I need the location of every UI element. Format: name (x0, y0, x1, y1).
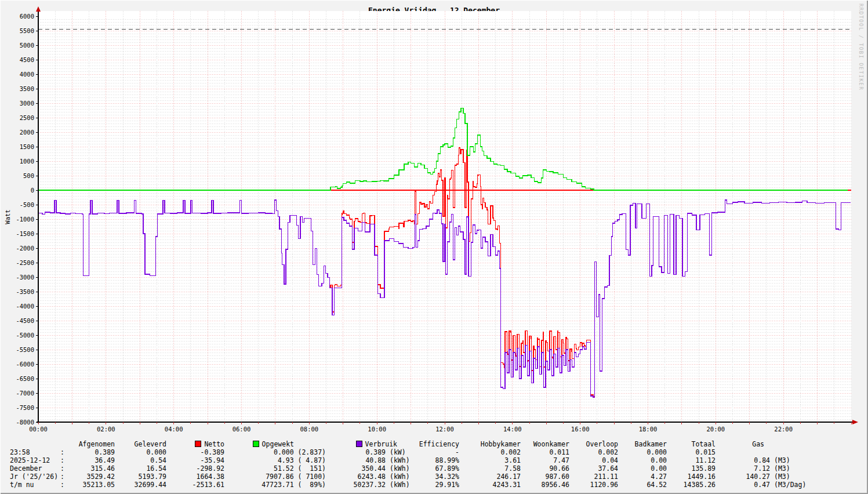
col-totaal: Totaal (667, 440, 716, 448)
svg-text:18:00: 18:00 (639, 426, 658, 433)
rrdtool-energy-graph: Energie Vrijdag 12 December Watt RRDTOOL… (0, 0, 868, 494)
col-verbruik: Verbruik (326, 440, 415, 448)
svg-text:3500: 3500 (20, 85, 34, 92)
svg-text:14:00: 14:00 (503, 426, 522, 433)
col-gas: Gas (716, 440, 770, 448)
opgewekt-legend-square (253, 441, 259, 447)
svg-text:08:00: 08:00 (300, 426, 319, 433)
table-row: December:315.4616.54-298.9251.52 ( 151)3… (10, 464, 868, 473)
svg-text:-500: -500 (20, 201, 34, 208)
svg-text:-2500: -2500 (16, 259, 34, 266)
svg-text:-8000: -8000 (16, 419, 34, 426)
svg-text:-1500: -1500 (16, 230, 34, 237)
svg-text:-7000: -7000 (16, 390, 34, 397)
svg-text:00:00: 00:00 (29, 426, 48, 433)
table-row: 2025-12-12:36.490.54-35.944.93 ( 4.87)40… (10, 456, 868, 464)
svg-text:-6000: -6000 (16, 361, 34, 368)
verbruik-legend-square (356, 441, 362, 447)
svg-text:02:00: 02:00 (97, 426, 115, 433)
col-geleverd: Geleverd (115, 440, 166, 448)
svg-text:-4000: -4000 (16, 303, 34, 310)
svg-text:3000: 3000 (20, 100, 34, 107)
svg-text:5000: 5000 (20, 42, 34, 49)
svg-text:6000: 6000 (20, 13, 34, 20)
svg-text:-1000: -1000 (16, 216, 34, 223)
col-afgenomen: Afgenomen (68, 440, 115, 448)
stats-table: Afgenomen Geleverd Netto Opgewekt Verbru… (0, 440, 868, 489)
svg-text:0: 0 (31, 187, 34, 194)
col-overloop: Overloop (569, 440, 618, 448)
stats-header-row: Afgenomen Geleverd Netto Opgewekt Verbru… (10, 440, 868, 448)
col-woonkamer: Woonkamer (521, 440, 569, 448)
table-row: 23:58:0.3890.000-0.3890.000 (2.837)0.389… (10, 448, 868, 456)
svg-text:10:00: 10:00 (368, 426, 386, 433)
netto-legend-square (195, 441, 201, 447)
svg-text:-3500: -3500 (16, 288, 34, 295)
svg-text:2500: 2500 (20, 114, 34, 121)
svg-text:1500: 1500 (20, 143, 34, 150)
svg-text:4000: 4000 (20, 71, 34, 78)
svg-text:-7500: -7500 (16, 404, 34, 411)
table-row: Jr ('25/'26):3529.425193.791664.387907.8… (10, 473, 868, 481)
svg-text:2000: 2000 (20, 129, 34, 136)
svg-text:500: 500 (23, 172, 34, 179)
svg-text:-5500: -5500 (16, 346, 34, 353)
svg-text:12:00: 12:00 (435, 426, 454, 433)
svg-text:-2000: -2000 (16, 245, 34, 252)
svg-text:16:00: 16:00 (571, 426, 590, 433)
svg-text:-3000: -3000 (16, 274, 34, 281)
col-badkamer: Badkamer (618, 440, 667, 448)
stats-body: 23:58:0.3890.000-0.3890.000 (2.837)0.389… (10, 448, 868, 489)
svg-text:04:00: 04:00 (165, 426, 183, 433)
svg-text:20:00: 20:00 (707, 426, 725, 433)
svg-text:22:00: 22:00 (774, 426, 793, 433)
energy-chart: -8000-7500-7000-6500-6000-5500-5000-4500… (0, 0, 868, 438)
table-row: t/m nu:35213.0532699.44-2513.6147723.71 … (10, 481, 868, 489)
col-netto: Netto (166, 440, 224, 448)
col-efficiency: Efficiency (415, 440, 459, 448)
svg-text:1000: 1000 (20, 158, 34, 165)
svg-text:4500: 4500 (20, 56, 34, 63)
svg-text:-4500: -4500 (16, 317, 34, 324)
svg-text:5500: 5500 (20, 27, 34, 34)
svg-text:-5000: -5000 (16, 332, 34, 339)
col-opgewekt: Opgewekt (224, 440, 326, 448)
svg-text:-6500: -6500 (16, 375, 34, 382)
svg-text:06:00: 06:00 (233, 426, 251, 433)
col-hobbykamer: Hobbykamer (459, 440, 521, 448)
